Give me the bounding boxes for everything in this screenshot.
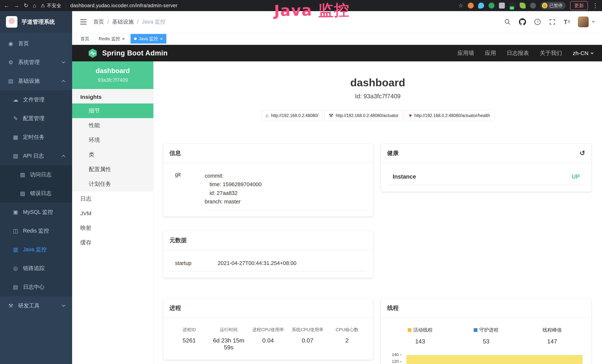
menu-item-scheduled-tasks[interactable]: 计划任务 xyxy=(72,177,153,191)
github-icon[interactable] xyxy=(519,18,526,26)
sidebar-item-tracing[interactable]: 链路追踪 xyxy=(0,259,72,278)
sidebar-item-dev-tools[interactable]: 研发工具 xyxy=(0,296,72,315)
legend-label: 守护进程 xyxy=(479,327,499,333)
close-icon[interactable]: × xyxy=(122,36,125,41)
daemon-threads-swatch xyxy=(474,328,477,332)
sidebar-item-redis-monitor[interactable]: Redis 监控 xyxy=(0,221,72,240)
breadcrumb-infrastructure[interactable]: 基础设施 xyxy=(112,18,134,26)
git-commit-time: time: 1596289704000 xyxy=(205,180,367,189)
menu-item-jvm[interactable]: JVM xyxy=(72,206,153,221)
extension-icon-4[interactable] xyxy=(499,3,505,9)
legend-value: 147 xyxy=(519,338,585,345)
sidebar-item-java-monitor[interactable]: Java 监控 xyxy=(0,240,72,259)
log-center-icon xyxy=(12,284,19,290)
sidebar-item-error-logs[interactable]: 错误日志 xyxy=(0,184,72,203)
sidebar-item-system-mgmt[interactable]: 系统管理 xyxy=(0,53,72,72)
nav-applications[interactable]: 应用 xyxy=(485,49,496,57)
extension-icon-2[interactable] xyxy=(478,3,484,9)
instance-name: dashboard xyxy=(75,67,150,75)
browser-menu-icon[interactable]: ⋮ xyxy=(592,3,598,9)
git-commit-id: id: 27aa832 xyxy=(205,189,367,197)
nav-wallboard[interactable]: 应用墙 xyxy=(457,49,474,57)
bookmark-star-icon[interactable]: ☆ xyxy=(458,3,463,8)
menu-item-config-props[interactable]: 配置属性 xyxy=(72,162,153,177)
sidebar-item-api-logs[interactable]: API 日志 xyxy=(0,147,72,165)
metadata-key: startup xyxy=(175,260,218,266)
help-icon[interactable]: ? xyxy=(534,18,541,25)
avatar-caret-icon[interactable] xyxy=(592,21,595,23)
history-icon[interactable]: ↺ xyxy=(580,150,585,157)
user-avatar[interactable] xyxy=(578,17,589,27)
threads-chart: 140 120 100 xyxy=(387,352,585,364)
process-grid: 进程ID 5261 运行时间 6d 23h 15m 59s 进程CPU使用率 0… xyxy=(170,321,367,353)
url-text[interactable]: dashboard.yudao.iocoder.cn/infra/admin-s… xyxy=(70,3,178,9)
back-icon[interactable]: ← xyxy=(4,3,9,8)
app-logo-row[interactable]: 芋道管理系统 xyxy=(0,11,72,33)
info-card-body: git commit: time: 1596289704000 id: 27aa… xyxy=(163,163,373,217)
tab-java-monitor[interactable]: Java 监控 × xyxy=(130,34,166,43)
menu-item-metrics[interactable]: 性能 xyxy=(72,118,153,133)
menu-item-classes[interactable]: 类 xyxy=(72,147,153,162)
extension-icon-5[interactable]: on xyxy=(509,3,515,9)
eye-icon xyxy=(12,265,19,271)
status-badge: UP xyxy=(572,173,580,180)
locale-select[interactable]: zh-CN xyxy=(573,50,593,56)
browser-home-icon[interactable]: ⌂ xyxy=(33,3,36,8)
sidebar-item-home[interactable]: 首页 xyxy=(0,34,72,53)
close-icon[interactable]: × xyxy=(160,36,163,41)
app-header: 首页 / 基础设施 / Java 监控 ? xyxy=(72,11,602,33)
extension-icon-7[interactable] xyxy=(530,3,536,9)
tools-icon xyxy=(7,303,14,309)
menu-item-caches[interactable]: 缓存 xyxy=(72,235,153,250)
extension-icon-6[interactable] xyxy=(520,3,526,9)
security-indicator[interactable]: ⚠ 不安全 xyxy=(41,2,61,9)
tab-label: Java 监控 xyxy=(139,36,158,42)
sidebar-item-infrastructure[interactable]: 基础设施 xyxy=(0,72,72,90)
legend-label: 线程峰值 xyxy=(542,327,562,333)
fullscreen-icon[interactable] xyxy=(549,18,556,25)
service-url-link[interactable]: http://192.168.0.2:48080/ xyxy=(261,110,323,121)
sidebar-item-file-mgmt[interactable]: 文件管理 xyxy=(0,90,72,109)
health-card: 健康 ↺ Instance UP xyxy=(381,144,591,192)
process-col-cores: CPU核心数 2 xyxy=(327,327,367,351)
search-icon[interactable] xyxy=(504,18,511,25)
instance-header[interactable]: dashboard 93a3fc7f7409 xyxy=(72,61,153,89)
api-log-icon xyxy=(12,153,19,159)
breadcrumb: 首页 / 基础设施 / Java 监控 xyxy=(93,18,165,26)
paused-label: 已暂停 xyxy=(549,3,563,9)
info-key: git xyxy=(170,171,205,210)
profile-chip[interactable]: 已暂停 xyxy=(540,2,566,10)
update-button[interactable]: 更新 xyxy=(570,1,588,10)
tab-home[interactable]: 首页 xyxy=(77,34,93,43)
forward-icon[interactable]: → xyxy=(14,3,19,8)
menu-item-logs[interactable]: 日志 xyxy=(72,191,153,206)
extension-icon-3[interactable] xyxy=(489,3,494,9)
sidebar-item-scheduled-jobs[interactable]: 定时任务 xyxy=(0,128,72,147)
instance-id-line: Id: 93a3fc7f7409 xyxy=(153,93,602,100)
nav-about[interactable]: 关于我们 xyxy=(540,49,562,57)
menu-item-mappings[interactable]: 映射 xyxy=(72,221,153,235)
font-size-icon[interactable] xyxy=(564,18,570,26)
sba-nav: 应用墙 应用 日志报表 关于我们 zh-CN xyxy=(457,49,593,57)
hamburger-icon[interactable] xyxy=(79,18,88,26)
gear-icon xyxy=(7,59,14,65)
sidebar-item-access-logs[interactable]: 访问日志 xyxy=(0,165,72,184)
error-log-icon xyxy=(19,190,26,197)
extension-icon-1[interactable] xyxy=(468,3,474,9)
metadata-card: 元数据 startup 2021-04-27T00:44:31.254+08:0… xyxy=(163,231,373,278)
process-col-sys-cpu: 系统CPU使用率 0.07 xyxy=(288,327,327,351)
y-axis-tick: 140 xyxy=(390,352,402,357)
tab-redis-monitor[interactable]: Redis 监控 × xyxy=(95,34,128,43)
sidebar-item-log-center[interactable]: 日志中心 xyxy=(0,278,72,296)
sidebar-item-mysql-monitor[interactable]: MySQL 监控 xyxy=(0,203,72,221)
health-url-link[interactable]: http://192.168.0.2:48080/actuator/health xyxy=(405,110,494,121)
insights-group: Insights 细节 性能 环境 类 配置属性 计划任务 xyxy=(72,89,153,191)
nav-journal[interactable]: 日志报表 xyxy=(507,49,529,57)
menu-item-environment[interactable]: 环境 xyxy=(72,133,153,147)
actuator-url-link[interactable]: http://192.168.0.2:48080/actuator xyxy=(324,110,403,121)
breadcrumb-home[interactable]: 首页 xyxy=(93,18,104,26)
reload-icon[interactable]: ↻ xyxy=(24,3,28,8)
legend-daemon-threads: 守护进程 53 xyxy=(453,327,519,345)
menu-item-details[interactable]: 细节 xyxy=(72,104,153,118)
sidebar-item-config-mgmt[interactable]: 配置管理 xyxy=(0,109,72,128)
